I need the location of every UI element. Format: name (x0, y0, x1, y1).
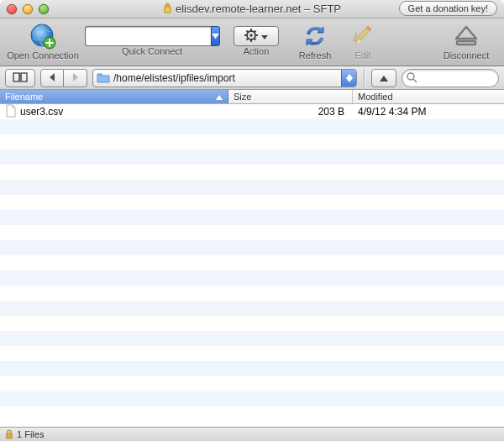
main-toolbar: Open Connection Quick Connect Action (0, 18, 504, 66)
window-titlebar: elisdev.remote-learner.net – SFTP Get a … (0, 0, 504, 18)
eject-icon (454, 22, 479, 50)
book-icon (12, 71, 29, 85)
bookmarks-button[interactable] (5, 69, 35, 87)
status-text: 1 Files (17, 429, 44, 439)
chevron-left-icon (49, 73, 55, 83)
divider (364, 69, 365, 87)
open-connection-button[interactable]: Open Connection (5, 22, 81, 60)
minimize-window-button[interactable] (23, 4, 33, 14)
edit-button[interactable]: Edit (341, 22, 385, 60)
file-size: 203 B (228, 106, 353, 118)
svg-line-11 (255, 31, 256, 33)
svg-point-4 (249, 34, 253, 37)
refresh-icon (302, 22, 328, 50)
quick-connect-input[interactable] (85, 26, 211, 46)
go-up-button[interactable] (371, 69, 396, 87)
globe-plus-icon (29, 22, 57, 50)
path-text: /home/elistest/ipfiles/import (110, 72, 341, 84)
column-header-size[interactable]: Size (228, 90, 353, 103)
nav-back-forward (40, 69, 87, 87)
file-modified: 4/9/12 4:34 PM (353, 106, 504, 118)
file-list[interactable]: user3.csv 203 B 4/9/12 4:34 PM (0, 104, 504, 427)
column-header-filename[interactable]: Filename (0, 90, 228, 103)
refresh-label: Refresh (299, 50, 332, 60)
action-label: Action (244, 46, 270, 56)
lock-icon (5, 429, 13, 441)
gear-icon (244, 29, 258, 44)
quick-connect-dropdown-button[interactable] (211, 26, 220, 46)
svg-line-12 (247, 39, 249, 40)
open-connection-label: Open Connection (7, 50, 79, 60)
donation-button[interactable]: Get a donation key! (399, 1, 497, 16)
refresh-button[interactable]: Refresh (289, 22, 341, 60)
svg-line-10 (255, 39, 256, 40)
disconnect-label: Disconnect (444, 50, 489, 60)
chevron-right-icon (72, 73, 79, 83)
quick-connect-group: Quick Connect (81, 22, 223, 56)
file-icon (5, 104, 17, 120)
quick-connect-label: Quick Connect (122, 46, 182, 56)
column-headers: Filename Size Modified (0, 90, 504, 104)
table-row[interactable]: user3.csv 203 B 4/9/12 4:34 PM (0, 104, 504, 119)
folder-icon (97, 71, 110, 85)
svg-line-9 (247, 31, 249, 33)
back-button[interactable] (40, 69, 64, 87)
zoom-window-button[interactable] (39, 4, 49, 14)
svg-point-14 (407, 73, 414, 80)
search-icon (407, 72, 417, 85)
path-stepper[interactable] (341, 70, 356, 87)
action-menu-button[interactable] (234, 26, 279, 46)
column-header-modified[interactable]: Modified (353, 90, 504, 103)
close-window-button[interactable] (7, 4, 17, 14)
path-selector[interactable]: /home/elistest/ipfiles/import (92, 69, 357, 87)
disconnect-button[interactable]: Disconnect (433, 22, 499, 60)
path-toolbar: /home/elistest/ipfiles/import (0, 66, 504, 90)
quick-connect-combo[interactable] (85, 26, 219, 46)
action-button-group: Action (223, 22, 289, 56)
lock-icon (163, 3, 172, 16)
svg-rect-13 (457, 41, 475, 45)
forward-button[interactable] (64, 69, 87, 87)
chevron-down-icon (261, 31, 268, 41)
sort-ascending-icon (216, 92, 223, 102)
chevron-up-icon (380, 73, 388, 83)
svg-line-15 (413, 79, 417, 82)
svg-rect-16 (7, 433, 13, 438)
window-title-text: elisdev.remote-learner.net – SFTP (176, 3, 341, 15)
traffic-lights (7, 4, 49, 14)
status-bar: 1 Files (0, 427, 504, 441)
edit-label: Edit (355, 50, 371, 60)
column-size-label: Size (234, 92, 251, 102)
column-filename-label: Filename (5, 92, 43, 102)
search-group (402, 69, 499, 87)
svg-rect-0 (165, 7, 171, 13)
column-modified-label: Modified (358, 92, 393, 102)
pencil-icon (351, 22, 375, 50)
file-name: user3.csv (20, 106, 63, 118)
